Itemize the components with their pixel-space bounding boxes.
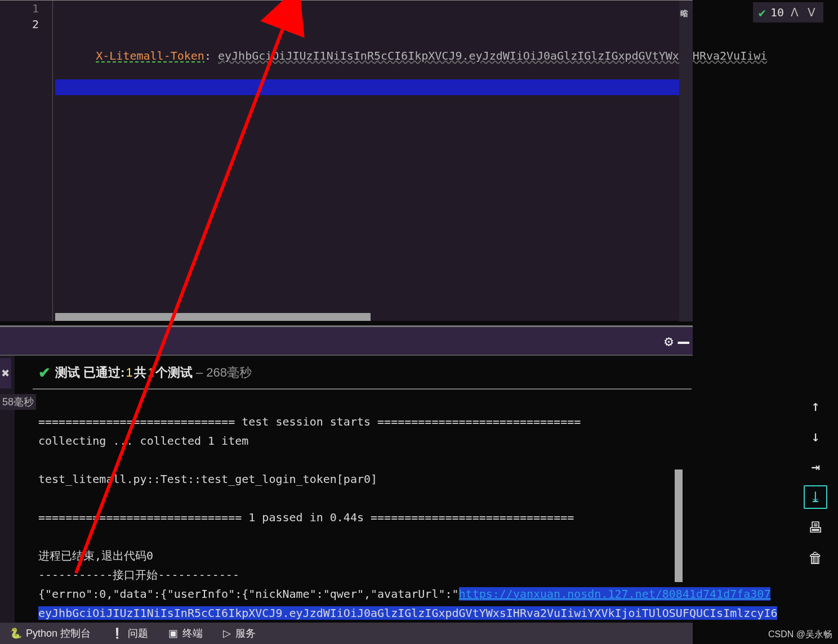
scrollbar-thumb[interactable] xyxy=(675,469,683,582)
minimap-label: 缩略 xyxy=(679,1,689,3)
python-icon: 🐍 xyxy=(10,628,21,639)
editor-gutter: 1 2 xyxy=(0,1,53,321)
tab-label: 服务 xyxy=(235,627,256,640)
collapse-icon[interactable]: ✖ xyxy=(0,358,11,388)
active-line-highlight xyxy=(55,79,689,95)
find-result-widget: ✔ 10 ᐱ ᐯ xyxy=(753,2,823,23)
editor-horizontal-scrollbar[interactable] xyxy=(55,313,404,321)
tab-label: 问题 xyxy=(128,627,148,640)
console-toolbar: ↑ ↓ ⇥ ⤓ 🖶 🗑 xyxy=(803,394,828,570)
tab-terminal[interactable]: ▣ 终端 xyxy=(158,627,213,640)
test-summary-row: ✔ 测试 已通过: 1 共 1 个测试 – 268毫秒 xyxy=(0,358,693,387)
console-text[interactable]: ============================= test sessi… xyxy=(38,393,652,642)
console-vertical-scrollbar[interactable] xyxy=(675,394,683,636)
console-line: ============================== 1 passed … xyxy=(38,511,574,524)
panel-header: ⚙ — xyxy=(0,325,693,356)
watermark-text: CSDN @吴永畅 xyxy=(768,629,832,641)
check-icon: ✔ xyxy=(38,364,51,382)
line-number: 2 xyxy=(0,16,52,32)
trash-icon[interactable]: 🗑 xyxy=(804,546,827,570)
find-next-icon[interactable]: ᐯ xyxy=(805,6,818,19)
console-line: 进程已结束,退出代码0 xyxy=(38,549,153,562)
tab-services[interactable]: ▷ 服务 xyxy=(213,627,266,640)
gear-icon[interactable]: ⚙ xyxy=(665,333,674,350)
tab-python-console[interactable]: 🐍 Python 控制台 xyxy=(0,627,101,640)
check-icon: ✔ xyxy=(759,6,766,20)
url-link[interactable]: https://yanxuan.nosdn.127.net/80841d741d… xyxy=(459,587,771,601)
soft-wrap-icon[interactable]: ⇥ xyxy=(804,455,827,478)
code-content[interactable]: X-Litemall-Token: eyJhbGciOiJIUzI1NiIsIn… xyxy=(55,1,690,127)
find-count: 10 xyxy=(770,6,784,19)
print-icon[interactable]: 🖶 xyxy=(804,516,827,539)
console-line: {"errno":0,"data":{"userInfo":{"nickName… xyxy=(38,587,770,601)
summary-dash: – xyxy=(196,365,203,380)
console-line: -----------接口开始------------ xyxy=(38,568,239,582)
scrollbar-thumb[interactable] xyxy=(55,313,371,321)
http-header-sep: : xyxy=(204,49,218,62)
arrow-down-icon[interactable]: ↓ xyxy=(804,424,827,448)
summary-tail: 个测试 xyxy=(155,364,193,381)
find-prev-icon[interactable]: ᐱ xyxy=(788,6,801,19)
console-line: ============================= test sessi… xyxy=(38,415,581,428)
console-line: eyJhbGciOiJIUzI1NiIsInR5cCI6IkpXVCJ9.eyJ… xyxy=(38,606,777,620)
warning-icon: ❕ xyxy=(111,627,123,639)
console-line: test_litemall.py::Test::test_get_login_t… xyxy=(38,472,384,486)
tab-label: 终端 xyxy=(182,627,203,640)
console-line: collecting ... collected 1 item xyxy=(38,434,248,448)
minimize-icon[interactable]: — xyxy=(678,338,689,344)
passed-count: 1 xyxy=(126,365,132,380)
summary-label: 测试 已通过: xyxy=(55,364,124,381)
play-icon: ▷ xyxy=(223,627,231,639)
summary-sep: 共 xyxy=(134,364,146,381)
tab-label: Python 控制台 xyxy=(26,627,91,640)
bottom-tab-bar: 🐍 Python 控制台 ❕ 问题 ▣ 终端 ▷ 服务 xyxy=(0,623,693,644)
total-count: 1 xyxy=(148,365,154,380)
scroll-to-end-icon[interactable]: ⤓ xyxy=(804,485,827,509)
summary-time: 268毫秒 xyxy=(206,364,252,381)
tab-problems[interactable]: ❕ 问题 xyxy=(101,627,158,640)
http-header-key: X-Litemall-Token xyxy=(96,49,204,62)
arrow-up-icon[interactable]: ↑ xyxy=(804,394,827,418)
test-output-panel: ============================= test sessi… xyxy=(33,388,692,642)
tree-time-label: 58毫秒 xyxy=(0,394,36,410)
editor-minimap-strip: 缩略 xyxy=(679,1,693,321)
terminal-icon: ▣ xyxy=(168,627,178,639)
line-number: 1 xyxy=(0,1,52,16)
code-editor[interactable]: 1 2 X-Litemall-Token: eyJhbGciOiJIUzI1Ni… xyxy=(0,0,693,321)
